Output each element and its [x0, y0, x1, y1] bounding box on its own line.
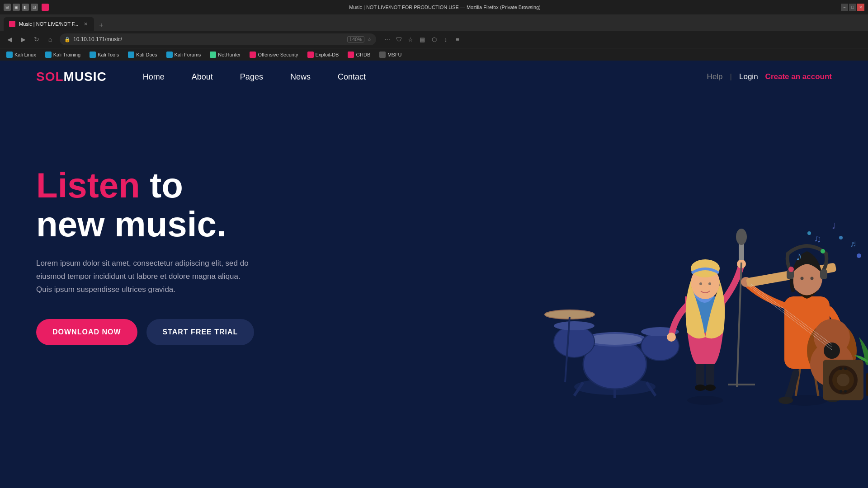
hero-description: Lorem ipsum dolor sit amet, consectetur … [36, 257, 253, 296]
tab-favicon [9, 21, 15, 27]
svg-point-55 [840, 367, 842, 370]
svg-point-66 [839, 236, 843, 239]
new-tab-button[interactable]: + [96, 20, 107, 31]
forward-button[interactable]: ▶ [17, 33, 29, 45]
site-logo[interactable]: SOLMUSIC [36, 70, 107, 84]
bookmark-ghdb[interactable]: GHDB [345, 50, 373, 60]
sidebar-icon[interactable]: ▤ [417, 34, 428, 45]
logo-sol: SOL [36, 70, 64, 84]
svg-point-7 [554, 326, 594, 357]
kali-docs-favicon [128, 52, 134, 58]
nav-news[interactable]: News [290, 72, 311, 81]
svg-point-3 [588, 334, 642, 345]
title-icon-2: ▣ [13, 4, 20, 11]
bookmark-kali-training[interactable]: Kali Training [42, 50, 84, 60]
svg-point-17 [705, 385, 716, 391]
kali-linux-favicon [6, 52, 13, 58]
logo-music: MUSIC [64, 70, 107, 84]
svg-point-16 [695, 385, 706, 391]
bookmark-exploit-db-label: Exploit-DB [316, 52, 339, 57]
website-content: SOLMUSIC Home About Pages News Contact H… [0, 61, 868, 436]
svg-point-68 [807, 231, 811, 235]
bookmark-nethunter-label: NetHunter [218, 52, 241, 57]
nav-pages[interactable]: Pages [240, 72, 263, 81]
bookmark-kali-forums-label: Kali Forums [175, 52, 201, 57]
nav-auth: Help | Login Create an account [707, 72, 832, 81]
menu-icon[interactable]: ≡ [452, 34, 463, 45]
tab-bar: Music | NOT LIVE/NOT F... ✕ + [0, 14, 868, 31]
firefox-icon [42, 4, 49, 11]
bookmark-msfu[interactable]: MSFU [377, 50, 404, 60]
bookmark-offensive-security[interactable]: Offensive Security [247, 50, 301, 60]
extensions-icon[interactable]: ⋯ [382, 34, 392, 45]
kali-tools-favicon [90, 52, 96, 58]
bookmark-kali-forums[interactable]: Kali Forums [164, 50, 204, 60]
svg-point-57 [840, 390, 842, 393]
reload-button[interactable]: ↻ [31, 33, 42, 45]
bookmark-msfu-label: MSFU [387, 52, 401, 57]
hero-section: Listen tonew music. Lorem ipsum dolor si… [0, 93, 868, 409]
download-now-button[interactable]: DOWNLOAD NOW [36, 319, 137, 345]
svg-text:♬: ♬ [850, 239, 857, 249]
minimize-btn[interactable]: − [841, 4, 848, 11]
bookmark-kali-docs[interactable]: Kali Docs [125, 50, 160, 60]
nav-about[interactable]: About [192, 72, 213, 81]
kali-forums-favicon [166, 52, 173, 58]
container-icon[interactable]: ⬡ [429, 34, 439, 45]
browser-tools: ⋯ 🛡 ☆ ▤ ⬡ ↕ ≡ [382, 34, 463, 45]
sync-icon[interactable]: ↕ [440, 34, 451, 45]
title-icon-4: ⊡ [31, 4, 38, 11]
svg-point-8 [554, 321, 594, 330]
nav-login-link[interactable]: Login [739, 72, 758, 81]
nav-create-account-link[interactable]: Create an account [765, 72, 832, 81]
bookmark-nethunter[interactable]: NetHunter [207, 50, 243, 60]
svg-text:♩: ♩ [832, 221, 835, 230]
bookmark-star[interactable]: ☆ [367, 37, 372, 42]
hero-content: Listen tonew music. Lorem ipsum dolor si… [36, 166, 254, 345]
svg-rect-48 [820, 269, 827, 279]
title-bar-controls: − □ ✕ [841, 4, 864, 11]
svg-point-64 [788, 267, 794, 272]
maximize-btn[interactable]: □ [849, 4, 856, 11]
home-button[interactable]: ⌂ [44, 33, 56, 45]
tab-close-btn[interactable]: ✕ [82, 21, 89, 27]
nav-links: Home About Pages News Contact [143, 72, 707, 82]
hero-illustration: ♪ ♫ ♩ ♬ [524, 129, 868, 409]
svg-point-19 [667, 333, 676, 342]
close-btn[interactable]: ✕ [857, 4, 864, 11]
svg-point-49 [801, 277, 804, 280]
bookmark-kali-linux-label: Kali Linux [14, 52, 36, 57]
zoom-level: 140% [347, 36, 364, 42]
bookmark-exploit-db[interactable]: Exploit-DB [305, 50, 342, 60]
bookmark-kali-tools-label: Kali Tools [98, 52, 119, 57]
nav-help-link[interactable]: Help [707, 72, 723, 81]
svg-text:♪: ♪ [796, 249, 802, 263]
bookmarks-bar: Kali Linux Kali Training Kali Tools Kali… [0, 48, 868, 61]
nav-contact[interactable]: Contact [338, 72, 366, 81]
hero-title-highlight: Listen [36, 165, 140, 205]
exploit-db-favicon [307, 52, 314, 58]
star-icon[interactable]: ☆ [405, 34, 416, 45]
title-bar-text: Music | NOT LIVE/NOT FOR PRODUCTION USE … [52, 5, 837, 10]
bookmark-kali-linux[interactable]: Kali Linux [4, 50, 39, 60]
svg-point-28 [708, 282, 711, 285]
svg-point-13 [687, 396, 723, 405]
tab-title: Music | NOT LIVE/NOT F... [19, 21, 78, 27]
bookmark-kali-training-label: Kali Training [53, 52, 81, 57]
bookmark-kali-tools[interactable]: Kali Tools [87, 50, 122, 60]
svg-point-56 [844, 367, 847, 370]
address-bar[interactable]: 🔒 10.10.10.171/music/ 140% ☆ [60, 33, 376, 45]
svg-point-27 [699, 282, 702, 285]
start-free-trial-button[interactable]: START FREE TRIAL [146, 319, 255, 345]
nav-divider: | [730, 72, 732, 81]
shield-icon[interactable]: 🛡 [393, 34, 404, 45]
active-tab[interactable]: Music | NOT LIVE/NOT F... ✕ [4, 17, 94, 31]
title-icon-1: ⊞ [4, 4, 11, 11]
back-button[interactable]: ◀ [4, 33, 15, 45]
nav-home[interactable]: Home [143, 72, 165, 81]
title-icon-3: ◧ [22, 4, 29, 11]
hero-title: Listen tonew music. [36, 166, 254, 244]
title-bar: ⊞ ▣ ◧ ⊡ Music | NOT LIVE/NOT FOR PRODUCT… [0, 0, 868, 14]
svg-point-33 [778, 397, 793, 404]
lock-icon: 🔒 [64, 37, 71, 42]
